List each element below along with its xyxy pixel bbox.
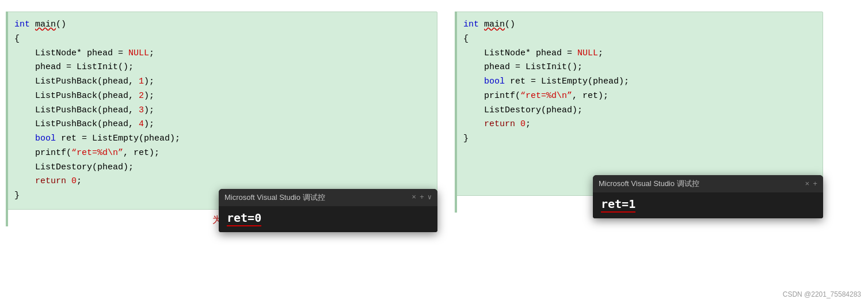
left-terminal-close[interactable]: × [412, 193, 416, 202]
number: 0 [520, 119, 526, 129]
right-terminal-plus[interactable]: + [813, 180, 817, 188]
keyword-int: int [463, 20, 479, 29]
right-border-accent [455, 12, 457, 213]
main-container: int main() { ListNode* phead = NULL; phe… [0, 0, 868, 303]
null-keyword: NULL [577, 48, 598, 58]
right-panel: int main() { ListNode* phead = NULL; phe… [455, 12, 823, 213]
left-terminal-output: ret=0 [227, 211, 261, 225]
code-line: int main() [14, 18, 429, 32]
code-line: printf(“ret=%d\n”, ret); [14, 146, 429, 161]
left-terminal-popup: Microsoft Visual Studio 调试控 × + ∨ ret=0 [219, 189, 437, 232]
right-terminal-body: ret=1 [593, 192, 823, 218]
left-terminal-chevron[interactable]: ∨ [428, 193, 432, 202]
left-terminal-titlebar: Microsoft Visual Studio 调试控 × + ∨ [219, 189, 437, 206]
code-line: ListNode* phead = NULL; [463, 47, 814, 61]
keyword-return: return [484, 119, 515, 129]
code-line: ListNode* phead = NULL; [14, 47, 429, 61]
right-terminal-title: Microsoft Visual Studio 调试控 [599, 179, 801, 189]
right-output-underline: ret=1 [601, 197, 635, 213]
left-code-block: int main() { ListNode* phead = NULL; phe… [6, 12, 437, 210]
code-line: printf(“ret=%d\n”, ret); [463, 89, 814, 104]
keyword-return: return [35, 176, 66, 186]
fn-main: main [35, 20, 56, 29]
keyword-bool: bool [35, 134, 56, 143]
watermark: CSDN @2201_75584283 [783, 290, 861, 298]
string-literal: “ret=%d\n” [71, 148, 123, 158]
number: 0 [71, 176, 77, 186]
code-line: { [463, 32, 814, 47]
number: 2 [139, 91, 144, 101]
code-line: ListPushBack(phead, 2); [14, 89, 429, 104]
right-terminal-titlebar: Microsoft Visual Studio 调试控 × + [593, 175, 823, 192]
null-keyword: NULL [128, 48, 149, 58]
code-line: return 0; [463, 118, 814, 132]
code-line: ListDestory(phead); [14, 161, 429, 175]
left-terminal-body: ret=0 [219, 206, 437, 232]
code-line: { [14, 32, 429, 47]
left-output-underline: ret=0 [227, 211, 261, 226]
keyword-int: int [14, 20, 30, 29]
string-literal: “ret=%d\n” [520, 91, 572, 101]
code-line: int main() [463, 18, 814, 32]
code-line: bool ret = ListEmpty(phead); [14, 132, 429, 146]
code-line: } [463, 132, 814, 146]
fn-main: main [484, 20, 505, 29]
left-terminal-title: Microsoft Visual Studio 调试控 [224, 192, 408, 203]
left-terminal-plus[interactable]: + [420, 193, 424, 202]
code-line: ListPushBack(phead, 1); [14, 75, 429, 89]
right-terminal-popup: Microsoft Visual Studio 调试控 × + ret=1 [593, 175, 823, 218]
number: 4 [139, 119, 144, 129]
left-border-accent [6, 12, 8, 226]
number: 1 [139, 77, 144, 86]
code-line: ListPushBack(phead, 3); [14, 104, 429, 118]
code-line: bool ret = ListEmpty(phead); [463, 75, 814, 89]
code-line: ListPushBack(phead, 4); [14, 118, 429, 132]
code-line: phead = ListInit(); [14, 60, 429, 75]
right-terminal-output: ret=1 [601, 197, 635, 211]
left-panel: int main() { ListNode* phead = NULL; phe… [6, 12, 437, 226]
keyword-bool: bool [484, 77, 505, 86]
code-line: return 0; [14, 175, 429, 189]
code-line: phead = ListInit(); [463, 60, 814, 75]
code-line: ListDestory(phead); [463, 104, 814, 118]
right-terminal-close[interactable]: × [805, 180, 809, 188]
number: 3 [139, 105, 144, 115]
right-code-block: int main() { ListNode* phead = NULL; phe… [455, 12, 823, 196]
